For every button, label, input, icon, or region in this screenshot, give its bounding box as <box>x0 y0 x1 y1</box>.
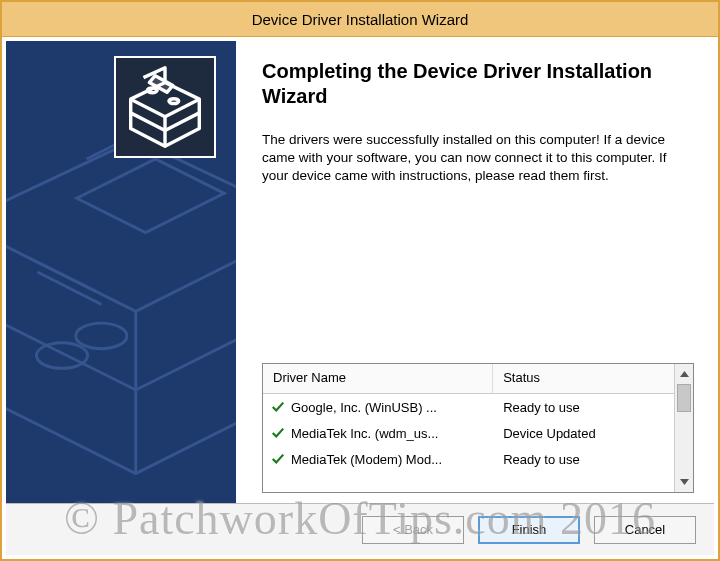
main-panel: Completing the Device Driver Installatio… <box>6 41 714 503</box>
driver-status: Ready to use <box>493 452 674 467</box>
table-row[interactable]: Google, Inc. (WinUSB) ... Ready to use <box>263 394 674 420</box>
column-header-name[interactable]: Driver Name <box>263 364 493 393</box>
driver-list: Driver Name Status Google, Inc. (WinUSB)… <box>262 363 694 493</box>
wizard-icon <box>114 56 216 158</box>
back-button: < Back <box>362 516 464 544</box>
driver-name: Google, Inc. (WinUSB) ... <box>291 400 437 415</box>
table-row[interactable]: MediaTek Inc. (wdm_us... Device Updated <box>263 420 674 446</box>
page-title: Completing the Device Driver Installatio… <box>262 59 694 109</box>
scrollbar[interactable] <box>674 364 693 492</box>
driver-table: Driver Name Status Google, Inc. (WinUSB)… <box>263 364 674 492</box>
wizard-side-panel <box>6 41 236 503</box>
window-frame: Device Driver Installation Wizard <box>0 0 720 561</box>
title-bar[interactable]: Device Driver Installation Wizard <box>2 2 718 37</box>
wizard-content: Completing the Device Driver Installatio… <box>236 41 714 503</box>
table-header: Driver Name Status <box>263 364 674 394</box>
scroll-down-icon[interactable] <box>675 472 693 492</box>
scroll-thumb[interactable] <box>677 384 691 412</box>
driver-status: Device Updated <box>493 426 674 441</box>
driver-status: Ready to use <box>493 400 674 415</box>
check-icon <box>271 426 285 440</box>
column-header-status[interactable]: Status <box>493 364 674 393</box>
cancel-button[interactable]: Cancel <box>594 516 696 544</box>
page-description: The drivers were successfully installed … <box>262 131 694 186</box>
drawer-icon <box>116 58 214 156</box>
svg-point-4 <box>169 99 179 104</box>
driver-name: MediaTek Inc. (wdm_us... <box>291 426 438 441</box>
check-icon <box>271 452 285 466</box>
window-title: Device Driver Installation Wizard <box>252 11 469 28</box>
content-area: Completing the Device Driver Installatio… <box>2 37 718 559</box>
finish-button[interactable]: Finish <box>478 516 580 544</box>
button-bar: < Back Finish Cancel <box>6 503 714 555</box>
table-row[interactable]: MediaTek (Modem) Mod... Ready to use <box>263 446 674 472</box>
check-icon <box>271 400 285 414</box>
scroll-up-icon[interactable] <box>675 364 693 384</box>
table-body: Google, Inc. (WinUSB) ... Ready to use M… <box>263 394 674 492</box>
scroll-track[interactable] <box>675 384 693 472</box>
driver-name: MediaTek (Modem) Mod... <box>291 452 442 467</box>
